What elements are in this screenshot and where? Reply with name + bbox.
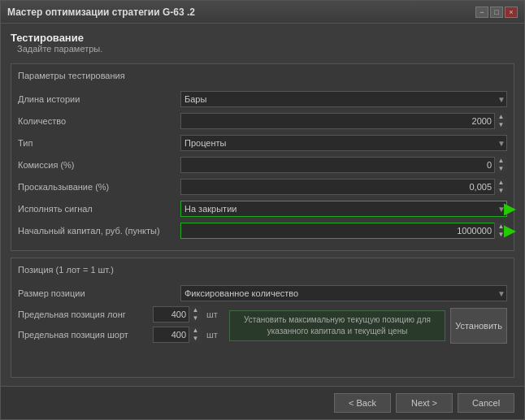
quantity-control: ▲ ▼ xyxy=(180,113,507,129)
position-size-select[interactable]: Фиксированное количество Процент от капи… xyxy=(180,285,507,301)
commission-down-button[interactable]: ▼ xyxy=(495,165,507,173)
close-button[interactable]: × xyxy=(505,6,518,18)
slippage-down-button[interactable]: ▼ xyxy=(495,187,507,195)
slippage-label: Проскальзывание (%) xyxy=(18,182,180,192)
slippage-up-button[interactable]: ▲ xyxy=(495,179,507,187)
section-header: Тестирование Задайте параметры. xyxy=(11,32,514,54)
quantity-input[interactable] xyxy=(180,113,507,129)
type-control: Проценты Фиксированная ▼ xyxy=(180,135,507,151)
long-label: Предельная позиция лонг xyxy=(18,310,148,319)
capital-indicator-icon: ▶ xyxy=(504,222,515,240)
short-spinner: ▲ ▼ xyxy=(189,327,202,343)
capital-label: Начальный капитал, руб. (пункты) xyxy=(18,226,180,236)
install-info-text: Установить максимальную текущую позицию … xyxy=(229,310,445,341)
main-window: Мастер оптимизации стратегии G-63 .2 − □… xyxy=(0,0,525,420)
position-size-label: Размер позиции xyxy=(18,288,180,298)
history-length-row: Длина истории Бары Дни Недели ▼ xyxy=(18,90,507,108)
capital-input[interactable] xyxy=(180,223,507,239)
commission-spinner: ▲ ▼ xyxy=(494,157,507,173)
title-bar: Мастер оптимизации стратегии G-63 .2 − □… xyxy=(1,1,524,24)
install-area: Установить максимальную текущую позицию … xyxy=(229,308,507,344)
history-length-select[interactable]: Бары Дни Недели xyxy=(180,91,507,107)
install-button[interactable]: Установить xyxy=(450,308,507,344)
signal-row: Исполнять сигнал На закрытии На открытии… xyxy=(18,200,507,218)
commission-row: Комиссия (%) ▲ ▼ xyxy=(18,156,507,174)
slippage-input[interactable] xyxy=(180,179,507,195)
back-button[interactable]: < Back xyxy=(334,393,391,413)
short-input-wrap: ▲ ▼ xyxy=(153,327,202,343)
type-row: Тип Проценты Фиксированная ▼ xyxy=(18,134,507,152)
window-title: Мастер оптимизации стратегии G-63 .2 xyxy=(7,6,195,18)
position-panel-title: Позиция (1 лот = 1 шт.) xyxy=(18,265,507,278)
position-size-control: Фиксированное количество Процент от капи… xyxy=(180,285,507,301)
maximize-button[interactable]: □ xyxy=(490,6,503,18)
long-down-button[interactable]: ▼ xyxy=(189,314,202,323)
short-down-button[interactable]: ▼ xyxy=(189,335,202,343)
testing-panel-title: Параметры тестирования xyxy=(18,71,507,84)
signal-indicator-icon: ▶ xyxy=(504,200,515,218)
slippage-row: Проскальзывание (%) ▲ ▼ xyxy=(18,178,507,196)
quantity-spinner: ▲ ▼ xyxy=(494,113,507,129)
type-label: Тип xyxy=(18,138,180,148)
quantity-up-button[interactable]: ▲ xyxy=(495,113,507,121)
section-subtitle: Задайте параметры. xyxy=(17,44,514,54)
commission-input[interactable] xyxy=(180,157,507,173)
type-select[interactable]: Проценты Фиксированная xyxy=(180,135,507,151)
cancel-button[interactable]: Cancel xyxy=(458,393,514,413)
long-short-fields: Предельная позиция лонг ▲ ▼ шт Предельн xyxy=(18,306,223,347)
slippage-control: ▲ ▼ xyxy=(180,179,507,195)
long-short-area: Предельная позиция лонг ▲ ▼ шт Предельн xyxy=(18,306,507,347)
slippage-spinner: ▲ ▼ xyxy=(494,179,507,195)
position-panel: Позиция (1 лот = 1 шт.) Размер позиции Ф… xyxy=(11,258,514,378)
window-controls: − □ × xyxy=(475,6,518,18)
capital-row: Начальный капитал, руб. (пункты) ▲ ▼ ▶ xyxy=(18,222,507,240)
content-area: Тестирование Задайте параметры. Параметр… xyxy=(1,24,524,386)
quantity-label: Количество xyxy=(18,116,180,126)
short-row: Предельная позиция шорт ▲ ▼ шт xyxy=(18,327,223,343)
next-button[interactable]: Next > xyxy=(396,393,453,413)
signal-select[interactable]: На закрытии На открытии xyxy=(180,201,507,217)
long-up-button[interactable]: ▲ xyxy=(189,306,202,314)
footer: < Back Next > Cancel xyxy=(1,386,524,419)
short-label: Предельная позиция шорт xyxy=(18,330,148,340)
capital-control: ▲ ▼ xyxy=(180,223,507,239)
signal-label: Исполнять сигнал xyxy=(18,204,180,214)
history-length-label: Длина истории xyxy=(18,94,180,104)
long-unit: шт xyxy=(206,310,223,319)
short-up-button[interactable]: ▲ xyxy=(189,327,202,335)
short-unit: шт xyxy=(206,330,223,340)
minimize-button[interactable]: − xyxy=(475,6,488,18)
history-length-control: Бары Дни Недели ▼ xyxy=(180,91,507,107)
commission-up-button[interactable]: ▲ xyxy=(495,157,507,165)
commission-control: ▲ ▼ xyxy=(180,157,507,173)
quantity-down-button[interactable]: ▼ xyxy=(495,121,507,129)
quantity-row: Количество ▲ ▼ xyxy=(18,112,507,130)
commission-label: Комиссия (%) xyxy=(18,160,180,170)
position-size-row: Размер позиции Фиксированное количество … xyxy=(18,284,507,302)
signal-control: На закрытии На открытии ▼ xyxy=(180,201,507,217)
section-title: Тестирование xyxy=(11,32,514,44)
long-input-wrap: ▲ ▼ xyxy=(153,306,202,323)
long-spinner: ▲ ▼ xyxy=(189,306,202,323)
long-row: Предельная позиция лонг ▲ ▼ шт xyxy=(18,306,223,323)
testing-panel: Параметры тестирования Длина истории Бар… xyxy=(11,63,514,251)
